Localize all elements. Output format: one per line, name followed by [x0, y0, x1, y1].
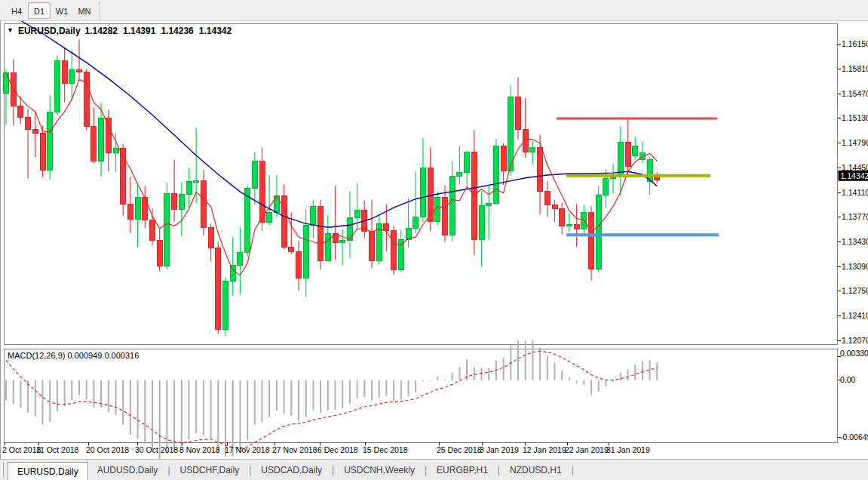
symbol-tab-nzdusd[interactable]: NZDUSD,H1	[501, 461, 571, 479]
svg-text:1.14342: 1.14342	[841, 171, 868, 180]
symbol-tab-usdcad[interactable]: USDCAD,Daily	[252, 461, 331, 479]
svg-text:1.14110: 1.14110	[842, 188, 868, 197]
svg-text:31 Jan 2019: 31 Jan 2019	[606, 445, 650, 454]
svg-text:1.16150: 1.16150	[842, 39, 868, 48]
timeframe-button-h4[interactable]: H4	[5, 2, 28, 19]
statusbar: EURUSD,DailyAUDUSD,Daily|USDCHF,Daily|US…	[0, 459, 868, 480]
chart-window[interactable]: 1.161501.158101.154701.151301.147901.144…	[0, 21, 868, 459]
svg-text:27 Nov 2018: 27 Nov 2018	[272, 445, 317, 454]
symbol-tab-audusd[interactable]: AUDUSD,Daily	[88, 461, 167, 479]
timeframe-toolbar: H4D1W1MN	[0, 0, 868, 21]
chart-dropdown-icon[interactable]: ▼	[7, 26, 14, 34]
svg-text:1.14790: 1.14790	[842, 138, 868, 147]
svg-text:1.15470: 1.15470	[842, 89, 868, 98]
svg-text:3 Jan 2019: 3 Jan 2019	[480, 445, 519, 454]
svg-text:15 Dec 2018: 15 Dec 2018	[363, 445, 408, 454]
ohlc-low: 1.14236	[161, 26, 193, 36]
svg-text:22 Jan 2019: 22 Jan 2019	[565, 445, 609, 454]
svg-text:1.12750: 1.12750	[842, 286, 868, 295]
ohlc-open: 1.14282	[85, 26, 118, 36]
toolbar-separator	[99, 2, 100, 20]
svg-text:1.15810: 1.15810	[842, 64, 868, 73]
svg-text:1.12410: 1.12410	[842, 311, 868, 320]
timeframe-button-d1[interactable]: D1	[28, 2, 51, 19]
chart-title: ▼ EURUSD,Daily 1.14282 1.14391 1.14236 1…	[7, 26, 232, 36]
ohlc-close: 1.14342	[199, 26, 232, 36]
svg-text:-0.00649: -0.00649	[840, 432, 868, 442]
svg-text:20 Oct 2018: 20 Oct 2018	[86, 445, 129, 454]
chart-symbol-label: EURUSD,Daily	[18, 26, 81, 36]
svg-text:0.00: 0.00	[840, 375, 856, 384]
svg-text:1.12070: 1.12070	[842, 336, 868, 345]
symbol-tab-eurusd[interactable]: EURUSD,Daily	[8, 462, 88, 480]
timeframe-button-mn[interactable]: MN	[73, 2, 96, 19]
svg-text:6 Dec 2018: 6 Dec 2018	[317, 445, 358, 454]
timeframe-button-w1[interactable]: W1	[51, 2, 73, 19]
svg-text:25 Dec 2018: 25 Dec 2018	[437, 445, 482, 454]
svg-text:17 Nov 2018: 17 Nov 2018	[225, 445, 270, 454]
svg-text:1.13430: 1.13430	[842, 237, 868, 246]
svg-text:11 Oct 2018: 11 Oct 2018	[36, 445, 79, 454]
mt4-window: H4D1W1MN 1.161501.158101.154701.151301.1…	[0, 0, 868, 480]
svg-text:1.13090: 1.13090	[842, 262, 868, 271]
symbol-tab-eurgbp[interactable]: EURGBP,H1	[428, 461, 497, 479]
svg-text:0.003306: 0.003306	[840, 349, 868, 358]
symbol-tab-usdchf[interactable]: USDCHF,Daily	[171, 461, 249, 479]
chart-ohlc-values: 1.14282 1.14391 1.14236 1.14342	[85, 26, 232, 36]
svg-text:1.13770: 1.13770	[842, 212, 868, 221]
tab-separator: |	[571, 461, 575, 479]
tabs-grip	[2, 463, 4, 478]
svg-text:30 Oct 2018: 30 Oct 2018	[135, 445, 178, 454]
symbol-tabs: EURUSD,DailyAUDUSD,Daily|USDCHF,Daily|US…	[8, 461, 575, 479]
svg-text:8 Nov 2018: 8 Nov 2018	[179, 445, 220, 454]
svg-text:12 Jan 2019: 12 Jan 2019	[523, 445, 566, 454]
svg-text:1.15130: 1.15130	[842, 113, 868, 122]
svg-text:2 Oct 2018: 2 Oct 2018	[2, 445, 41, 454]
symbol-tab-usdcnh[interactable]: USDCNH,Weekly	[335, 461, 424, 479]
price-chart-canvas[interactable]: 1.161501.158101.154701.151301.147901.144…	[1, 21, 868, 459]
ohlc-high: 1.14391	[123, 26, 155, 36]
svg-text:MACD(12,26,9) 0.000949 0.00031: MACD(12,26,9) 0.000949 0.000316	[8, 351, 139, 360]
